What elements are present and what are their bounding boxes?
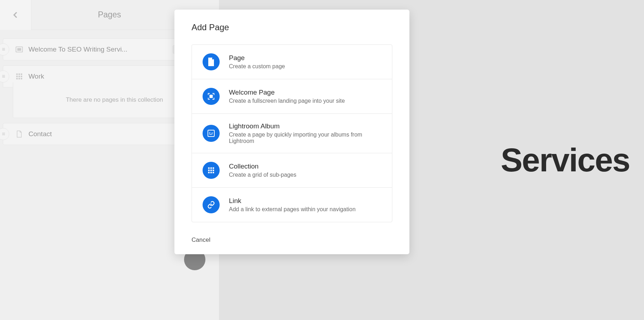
svg-rect-20: [208, 172, 210, 173]
option-title: Welcome Page: [229, 89, 345, 96]
page-type-options: Page Create a custom page Welcome Page C…: [192, 44, 392, 222]
svg-rect-21: [210, 172, 212, 173]
page-item-label: Welcome To SEO Writing Servi...: [28, 46, 173, 53]
chevron-left-icon: [12, 9, 20, 21]
option-link[interactable]: Link Add a link to external pages within…: [192, 188, 392, 222]
option-title: Lightroom Album: [229, 122, 381, 130]
option-desc: Create a grid of sub-pages: [229, 172, 296, 178]
svg-rect-5: [16, 76, 18, 77]
svg-rect-1: [17, 48, 21, 50]
grid-icon: [15, 72, 23, 81]
drag-handle-icon[interactable]: ≡: [0, 128, 9, 140]
lightroom-icon: Lr: [203, 125, 220, 142]
option-desc: Create a custom page: [229, 63, 285, 70]
page-icon: [203, 53, 220, 70]
link-icon: [203, 196, 220, 213]
svg-rect-3: [19, 74, 20, 75]
option-desc: Add a link to external pages within your…: [229, 206, 356, 213]
svg-rect-18: [210, 170, 212, 171]
svg-rect-15: [210, 167, 212, 169]
option-desc: Create a page by quickly importing your …: [229, 132, 381, 144]
option-collection[interactable]: Collection Create a grid of sub-pages: [192, 153, 392, 188]
svg-rect-16: [213, 167, 214, 169]
option-title: Collection: [229, 162, 296, 170]
option-title: Page: [229, 54, 285, 62]
drag-handle-icon[interactable]: ≡: [0, 70, 9, 82]
svg-rect-6: [19, 76, 20, 77]
welcome-page-icon: [15, 45, 23, 54]
drag-handle-icon[interactable]: ≡: [0, 43, 9, 55]
collection-grid-icon: [203, 162, 220, 179]
page-heading-partial: Services: [501, 142, 630, 179]
option-welcome-page[interactable]: Welcome Page Create a fullscreen landing…: [192, 79, 392, 114]
option-page[interactable]: Page Create a custom page: [192, 45, 392, 79]
svg-rect-4: [21, 74, 22, 75]
option-lightroom-album[interactable]: Lr Lightroom Album Create a page by quic…: [192, 114, 392, 153]
back-button[interactable]: [0, 0, 31, 30]
option-title: Link: [229, 197, 356, 205]
cancel-button[interactable]: Cancel: [192, 236, 210, 244]
option-desc: Create a fullscreen landing page into yo…: [229, 98, 345, 104]
svg-rect-7: [21, 76, 22, 77]
svg-rect-10: [21, 78, 22, 79]
svg-rect-8: [16, 78, 18, 79]
document-icon: [15, 130, 23, 138]
svg-rect-2: [16, 74, 18, 75]
svg-rect-19: [213, 170, 214, 171]
svg-rect-14: [208, 167, 210, 169]
modal-title: Add Page: [192, 22, 392, 32]
svg-rect-22: [213, 172, 214, 173]
svg-rect-11: [209, 95, 213, 98]
svg-rect-9: [19, 78, 20, 79]
fullscreen-icon: [203, 88, 220, 105]
svg-rect-17: [208, 170, 210, 171]
add-page-modal: Add Page Page Create a custom page Welco…: [174, 10, 409, 254]
svg-text:Lr: Lr: [209, 132, 213, 135]
